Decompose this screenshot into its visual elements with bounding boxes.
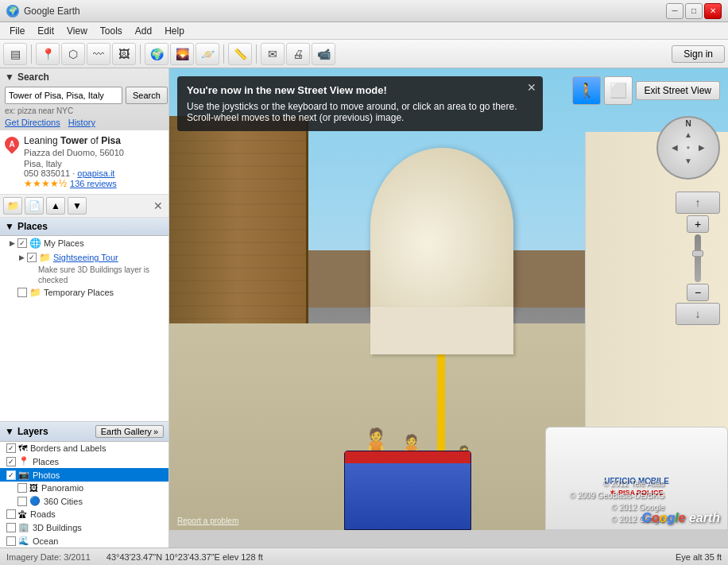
search-input[interactable] (5, 87, 122, 104)
compass-n-arrow[interactable]: ▲ (682, 128, 695, 141)
layer-ocean[interactable]: 🌊 Ocean (0, 534, 168, 548)
compass-nw (668, 128, 682, 141)
roads-checkbox[interactable] (6, 509, 16, 519)
toolbar-tour[interactable]: 📹 (312, 43, 335, 65)
3d-view-mode-button[interactable]: ⬜ (604, 76, 633, 105)
layer-360cities[interactable]: 🔵 360 Cities (0, 494, 168, 508)
sightseeing-note: Make sure 3D Buildings layer is checked (0, 265, 168, 285)
borders-checkbox[interactable] (6, 443, 16, 453)
temporary-places-label: Temporary Places (44, 288, 114, 297)
toolbar-mars[interactable]: 🪐 (196, 43, 219, 65)
layer-panoramio[interactable]: 🖼 Panoramio (0, 482, 168, 494)
minimize-button[interactable]: ─ (666, 3, 683, 19)
result-reviews-link[interactable]: 136 reviews (70, 179, 117, 188)
toolbar-sidebar-toggle[interactable]: ▤ (3, 43, 27, 65)
toolbar-print[interactable]: 🖨 (286, 43, 310, 65)
toolbar-earth[interactable]: 🌍 (145, 43, 168, 65)
tb-separator-3 (223, 45, 224, 64)
360cities-checkbox[interactable] (17, 497, 27, 506)
baptistery (354, 148, 529, 362)
search-collapse-arrow[interactable]: ▼ (5, 72, 14, 83)
layer-roads[interactable]: 🛣 Roads (0, 508, 168, 520)
toolbar-polygon[interactable]: ⬡ (61, 43, 85, 65)
zoom-in-button[interactable]: + (687, 215, 709, 233)
maximize-button[interactable]: □ (685, 3, 703, 19)
temp-places-checkbox[interactable] (17, 288, 27, 297)
photos-icon: 📷 (18, 470, 29, 480)
layer-borders-and-labels[interactable]: 🗺 Borders and Labels (0, 442, 168, 455)
sign-in-button[interactable]: Sign in (672, 45, 725, 63)
3d-buildings-checkbox[interactable] (6, 523, 16, 532)
coordinates-label: 43°43'23.47"N 10°23'43.37"E elev 128 ft (106, 552, 263, 562)
toolbar-ruler[interactable]: 📏 (228, 43, 252, 65)
layers-collapse-arrow[interactable]: ▼ (5, 426, 14, 437)
result-name-part1: Leaning (24, 135, 60, 146)
tilt-down-button[interactable]: ↓ (676, 303, 720, 325)
history-link[interactable]: History (68, 118, 95, 127)
toolbar-overlay[interactable]: 🖼 (112, 43, 136, 65)
photos-checkbox[interactable] (6, 470, 16, 480)
move-down-button[interactable]: ▼ (68, 197, 87, 215)
panoramio-checkbox[interactable] (17, 483, 27, 493)
nav-zoom-controls: ↑ + − ↓ (676, 192, 720, 325)
earth-gallery-button[interactable]: Earth Gallery » (95, 425, 164, 438)
compass-w-arrow[interactable]: ◀ (668, 141, 682, 155)
earth-gallery-arrow-icon: » (153, 427, 158, 436)
menu-help[interactable]: Help (158, 24, 191, 38)
panel-close-button[interactable]: ✕ (151, 199, 165, 213)
my-places-arrow[interactable]: ▶ (10, 239, 15, 247)
exit-street-view-button[interactable]: Exit Street View (636, 81, 720, 100)
search-title: Search (17, 72, 49, 83)
zoom-slider[interactable] (695, 234, 701, 282)
my-places-item[interactable]: ▶ 🌐 My Places (0, 236, 168, 250)
sightseeing-tour-label[interactable]: Sightseeing Tour (53, 253, 118, 262)
ocean-checkbox[interactable] (6, 536, 16, 546)
layer-photos[interactable]: 📷 Photos (0, 468, 168, 482)
places-layer-checkbox[interactable] (6, 457, 16, 466)
map-area[interactable]: 🧍 🧍 🧍 UFFICIO MOBILE ✶ PISA POLICE © 201… (169, 68, 728, 548)
toolbar-placemark[interactable]: 📍 (36, 43, 60, 65)
my-places-folder-icon: 🌐 (29, 238, 41, 249)
places-collapse-arrow[interactable]: ▼ (5, 221, 14, 232)
temporary-places-item[interactable]: ▶ 📁 Temporary Places (0, 285, 168, 300)
sv-notification-close-button[interactable]: ✕ (527, 81, 536, 94)
my-places-checkbox[interactable] (17, 238, 27, 248)
new-placemark-button[interactable]: 📄 (25, 197, 44, 215)
sv-notification-body: Use the joysticks or the keyboard to mov… (187, 101, 519, 123)
compass-e-arrow[interactable]: ▶ (695, 141, 708, 155)
result-website-link[interactable]: opapisa.it (77, 168, 114, 178)
places-section-header[interactable]: ▼ Places (0, 218, 168, 236)
menu-edit[interactable]: Edit (31, 24, 60, 38)
menu-file[interactable]: File (3, 24, 31, 38)
borders-label: Borders and Labels (30, 443, 106, 453)
toolbar-sky[interactable]: 🌄 (170, 43, 194, 65)
zoom-handle[interactable] (692, 250, 703, 257)
toolbar-path[interactable]: 〰 (87, 43, 110, 65)
move-up-button[interactable]: ▲ (46, 197, 65, 215)
close-button[interactable]: ✕ (704, 3, 722, 19)
sightseeing-tour-item[interactable]: ▶ 📁 Sightseeing Tour (0, 250, 168, 265)
compass-center[interactable]: ● (682, 141, 695, 155)
menu-tools[interactable]: Tools (94, 24, 129, 38)
search-button[interactable]: Search (126, 87, 168, 104)
result-address-line1: Piazza del Duomo, 56010 (24, 148, 164, 157)
compass-ring[interactable]: N ▲ ◀ ● ▶ ▼ (656, 116, 720, 180)
sightseeing-arrow[interactable]: ▶ (19, 253, 25, 261)
tilt-up-button[interactable]: ↑ (676, 192, 720, 214)
toolbar-email[interactable]: ✉ (261, 43, 285, 65)
layers-header[interactable]: ▼ Layers Earth Gallery » (0, 422, 168, 442)
layer-3d-buildings[interactable]: 🏢 3D Buildings (0, 520, 168, 534)
menu-view[interactable]: View (60, 24, 94, 38)
add-folder-button[interactable]: 📁 (3, 197, 22, 215)
panoramio-icon: 🖼 (29, 483, 38, 493)
get-directions-link[interactable]: Get Directions (5, 118, 60, 127)
report-problem-link[interactable]: Report a problem (177, 517, 238, 525)
zoom-out-button[interactable]: − (687, 284, 709, 301)
layer-places[interactable]: 📍 Places (0, 455, 168, 468)
result-marker-icon: A (2, 134, 21, 153)
street-view-mode-button[interactable]: 🚶 (572, 76, 601, 105)
panel-toolbar: 📁 📄 ▲ ▼ ✕ (0, 195, 168, 218)
sightseeing-checkbox[interactable] (27, 253, 37, 262)
compass-s-arrow[interactable]: ▼ (682, 154, 695, 168)
menu-add[interactable]: Add (129, 24, 158, 38)
